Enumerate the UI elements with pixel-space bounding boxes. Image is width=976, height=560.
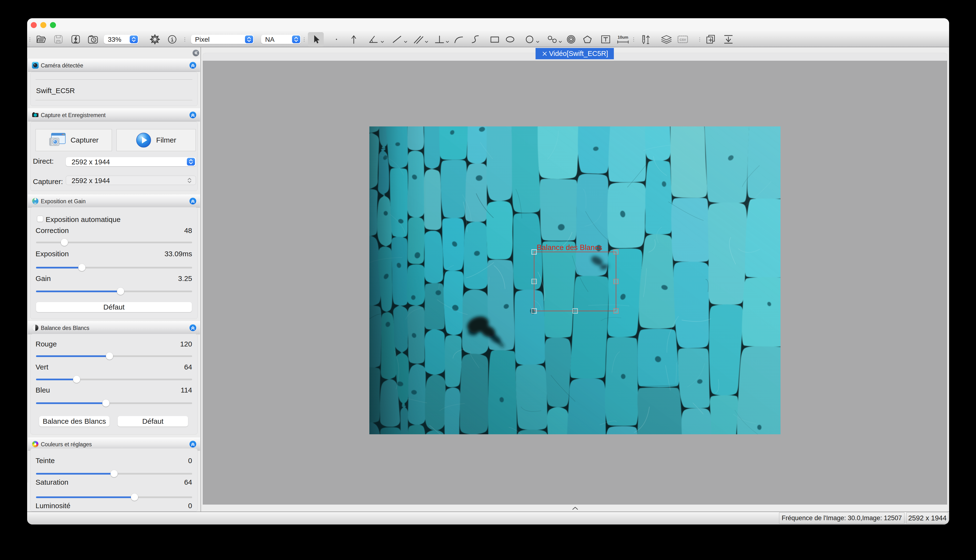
svg-text:Balance des Blancs: Balance des Blancs — [537, 243, 602, 252]
svg-text:CSV: CSV — [680, 38, 686, 42]
svg-text:10um: 10um — [618, 35, 628, 40]
